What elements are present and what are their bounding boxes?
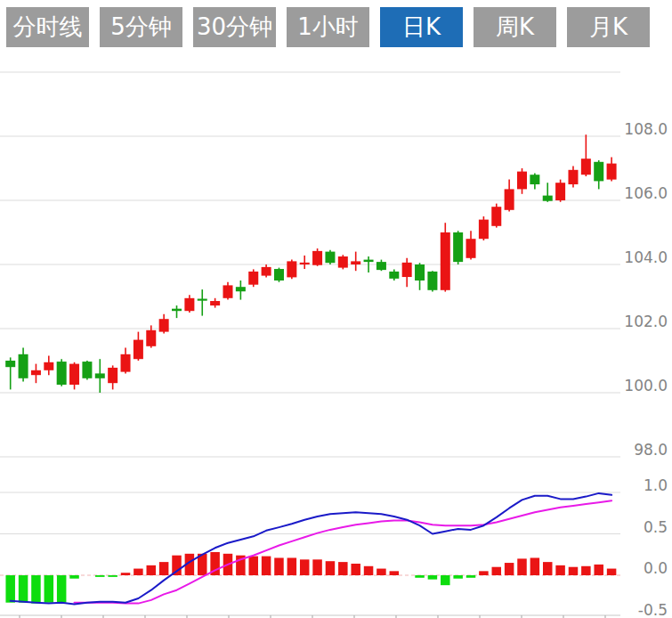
macd-histogram-bar <box>351 564 360 575</box>
candle-body <box>594 162 603 182</box>
candle-body <box>479 220 489 240</box>
macd-histogram-bar <box>326 561 336 575</box>
price-axis-label: 102.0 <box>624 313 668 330</box>
candle-body <box>121 354 131 372</box>
candle-body <box>57 362 67 385</box>
candle-body <box>108 368 117 383</box>
macd-histogram-bar <box>555 565 565 575</box>
macd-histogram-bar <box>390 571 400 575</box>
candle-body <box>491 207 501 226</box>
candle-body <box>453 232 463 262</box>
candle-body <box>248 272 258 285</box>
candle-body <box>543 196 553 201</box>
macd-axis-label: 0.0 <box>644 559 668 577</box>
candle-body <box>82 362 92 378</box>
macd-histogram-bar <box>262 557 271 575</box>
candle-body <box>146 330 156 346</box>
candle-body <box>312 251 322 265</box>
macd-histogram-bar <box>134 569 143 575</box>
macd-histogram-bar <box>95 575 105 577</box>
macd-histogram-bar <box>581 566 591 575</box>
macd-histogram-bar <box>108 575 117 577</box>
macd-histogram-bar <box>530 557 540 575</box>
macd-histogram-bar <box>274 557 284 575</box>
macd-histogram-bar <box>5 575 15 603</box>
price-axis-label: 98.0 <box>634 441 668 459</box>
candle-body <box>351 261 360 264</box>
macd-histogram-bar <box>147 565 157 575</box>
macd-histogram-bar <box>338 562 348 575</box>
candle-body <box>19 354 28 378</box>
candle-body <box>364 260 374 263</box>
candle-body <box>5 361 15 367</box>
candle-body <box>69 364 79 385</box>
macd-histogram-bar <box>19 575 28 603</box>
macd-histogram-bar <box>415 575 425 578</box>
kline-macd-chart: 108.0106.0104.0102.0100.098.01.00.50.0-0… <box>0 0 672 618</box>
macd-histogram-bar <box>121 573 131 575</box>
candle-body <box>223 285 232 297</box>
macd-histogram-bar <box>569 567 579 575</box>
macd-histogram-bar <box>543 562 553 575</box>
candle-body <box>134 340 143 360</box>
stock-kline-panel: 分时线5分钟30分钟1小时日K周K月K 108.0106.0104.0102.0… <box>0 0 672 618</box>
macd-histogram-bar <box>505 563 514 575</box>
candle-body <box>466 239 476 258</box>
candle-body <box>236 287 246 291</box>
candle-body <box>300 263 310 264</box>
price-axis-label: 108.0 <box>624 120 668 138</box>
candle-body <box>210 301 220 305</box>
candle-body <box>568 170 578 184</box>
candle-body <box>184 298 194 311</box>
candle-body <box>530 175 539 184</box>
candle-body <box>95 373 105 378</box>
macd-histogram-bar <box>428 575 438 580</box>
macd-histogram-bar <box>607 569 617 575</box>
macd-histogram-bar <box>31 575 41 604</box>
candle-body <box>376 262 386 270</box>
candle-body <box>198 299 207 301</box>
candle-body <box>44 362 53 370</box>
candle-body <box>505 189 514 209</box>
macd-histogram-bar <box>479 571 489 575</box>
macd-histogram-bar <box>300 559 310 575</box>
price-axis-label: 106.0 <box>624 184 668 202</box>
macd-histogram-bar <box>453 575 463 579</box>
candle-body <box>555 183 565 200</box>
candle-body <box>325 252 335 264</box>
macd-histogram-bar <box>57 575 67 603</box>
candle-body <box>172 309 182 312</box>
macd-axis-label: 1.0 <box>644 476 668 494</box>
macd-histogram-bar <box>492 567 502 575</box>
macd-histogram-bar <box>172 556 182 575</box>
candle-body <box>274 269 284 281</box>
macd-histogram-bar <box>69 575 79 579</box>
macd-histogram-bar <box>441 575 450 585</box>
candle-body <box>441 232 450 290</box>
macd-histogram-bar <box>594 565 603 575</box>
dif-line <box>11 493 611 605</box>
macd-histogram-bar <box>159 562 169 575</box>
macd-histogram-bar <box>45 575 54 603</box>
candle-body <box>287 261 296 277</box>
candle-body <box>517 172 527 190</box>
macd-axis-label: 0.5 <box>644 518 668 536</box>
macd-histogram-bar <box>466 575 476 578</box>
candle-body <box>338 256 348 268</box>
candle-body <box>262 267 271 276</box>
candle-body <box>402 263 412 277</box>
candle-body <box>607 164 617 180</box>
macd-histogram-bar <box>312 559 322 575</box>
macd-histogram-bar <box>287 557 297 575</box>
candle-body <box>581 159 591 175</box>
macd-histogram-bar <box>517 558 527 575</box>
macd-axis-label: -0.5 <box>638 601 668 618</box>
macd-histogram-bar <box>248 557 258 575</box>
macd-histogram-bar <box>376 569 386 575</box>
candle-body <box>427 272 437 290</box>
candle-body <box>31 370 41 375</box>
price-axis-label: 100.0 <box>624 377 668 394</box>
candle-body <box>415 264 425 281</box>
price-axis-label: 104.0 <box>624 248 668 266</box>
candle-body <box>159 319 169 331</box>
